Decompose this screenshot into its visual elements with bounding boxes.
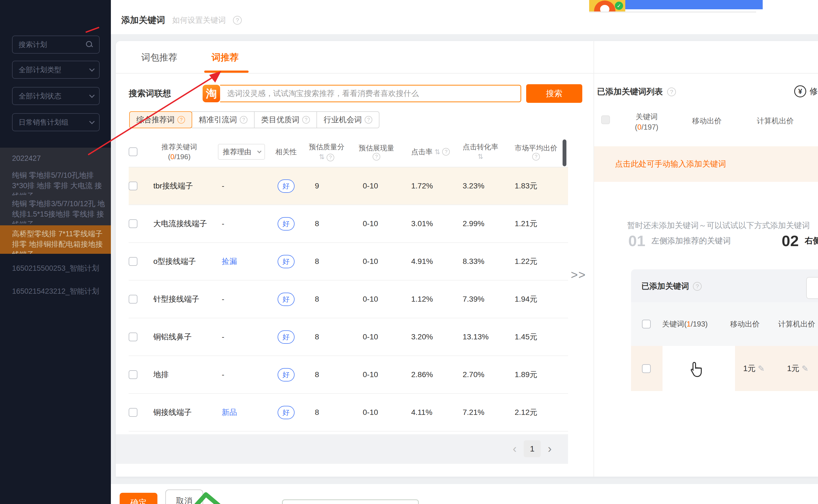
cancel-button[interactable]: 取消	[165, 490, 203, 504]
modify-label: 修改	[810, 86, 818, 97]
relevance-badge: 好	[278, 293, 295, 306]
dialog-footer: 确定 取消	[111, 484, 818, 504]
plan-type-select[interactable]: 全部计划类型	[12, 61, 100, 79]
check-icon: ✓	[615, 2, 623, 10]
cell-reason: 捡漏	[214, 256, 268, 267]
manual-add-link[interactable]: 点击此处可手动输入添加关键词	[615, 159, 726, 170]
chip-label: 综合推荐词	[136, 115, 175, 125]
reason-filter-select[interactable]: 推荐理由	[218, 144, 265, 160]
cell-quality: 8	[304, 219, 356, 228]
pc-bid-value: 1元	[787, 363, 799, 374]
sort-icon[interactable]: ⇅	[319, 153, 325, 161]
help-icon[interactable]: ?	[365, 116, 372, 124]
page-subtitle[interactable]: 如何设置关键词	[172, 15, 226, 25]
added-col-keyword: 关键词	[636, 113, 658, 121]
help-icon[interactable]: ?	[327, 154, 334, 161]
keyword-search-input[interactable]: 选词没灵感，试试淘宝搜索推荐，看看消费者喜欢搜什么	[220, 85, 521, 102]
step-1-text: 左侧添加推荐的关键词	[651, 235, 731, 246]
help-icon[interactable]: ?	[177, 116, 185, 124]
cell-bid: 1.21元	[515, 219, 568, 229]
sidebar-item-plan[interactable]: 1650215500253_智能计划	[0, 260, 111, 277]
sidebar: 搜索计划 全部计划类型 全部计划状态 日常销售计划组 2022427 纯铜 零地…	[0, 0, 111, 504]
col-keyword-count: (0/196)	[168, 152, 190, 162]
cell-cvr: 7.39%	[463, 295, 515, 304]
search-button[interactable]: 搜索	[526, 84, 582, 103]
help-icon[interactable]: ?	[532, 153, 540, 161]
help-icon[interactable]: ?	[240, 116, 248, 124]
cell-keyword: 地排	[145, 369, 214, 380]
chip-precise-traffic[interactable]: 精准引流词 ?	[191, 111, 255, 128]
cell-bid: 1.45元	[515, 332, 568, 342]
table-row: o型接线端子 捡漏 好 8 0-10 4.91% 8.33% 1.22元	[129, 243, 568, 281]
edit-icon[interactable]: ✎	[758, 364, 765, 373]
table-row: 铜铝线鼻子 - 好 8 0-10 3.20% 13.13% 1.45元	[129, 318, 568, 356]
tab-word-recommend[interactable]: 词推荐	[212, 51, 239, 64]
row-checkbox[interactable]	[129, 219, 137, 228]
help-icon[interactable]: ?	[302, 116, 310, 124]
col-market-bid: 市场平均出价	[515, 143, 557, 153]
sidebar-item-plan[interactable]: 2022427	[0, 150, 111, 167]
edit-icon[interactable]: ✎	[802, 364, 808, 373]
plan-list-group: 2022427 纯铜 零地排5/7/10孔地排3*30排 地排 零排 大电流 接…	[0, 148, 111, 225]
taobao-icon: 淘	[202, 85, 220, 102]
annotation-box	[282, 499, 419, 504]
chip-category-quality[interactable]: 类目优质词 ?	[254, 111, 317, 128]
card-select-all-checkbox[interactable]	[642, 320, 651, 328]
banner-shadow	[589, 11, 756, 13]
help-icon[interactable]: ?	[442, 148, 450, 156]
table-scrollbar-thumb[interactable]	[562, 139, 566, 166]
added-col-pc-bid: 计算机出价	[740, 116, 811, 126]
modify-bid-button[interactable]: ¥ 修改	[794, 85, 818, 97]
cell-bid: 2.12元	[515, 407, 568, 418]
row-checkbox[interactable]	[129, 257, 137, 266]
help-icon[interactable]: ?	[373, 153, 380, 161]
relevance-badge: 好	[278, 217, 295, 231]
sidebar-item-plan[interactable]: 1650215423212_智能计划	[0, 283, 111, 300]
sort-icon[interactable]: ⇅	[434, 148, 440, 156]
cell-keyword: 铜铝线鼻子	[145, 332, 214, 342]
sidebar-item-plan-active[interactable]: 高桥型零线排 7*11零线端子排零 地排铜排配电箱接地接线端子	[0, 225, 111, 254]
sidebar-item-plan[interactable]: 纯铜 零地排3/5/7/10/12孔 地线排1.5*15接地排 零线排 接线端子	[0, 195, 111, 224]
card-keyword-cell[interactable]	[663, 346, 735, 391]
table-header-row: 推荐关键词 (0/196) 推荐理由 相关性 预估质量分 ⇅ ?	[129, 137, 568, 167]
cell-bid: 1.94元	[515, 294, 568, 304]
chevron-down-icon	[89, 119, 95, 124]
row-checkbox[interactable]	[129, 295, 137, 304]
cell-reason: -	[214, 295, 268, 304]
added-col-count: (0/197)	[635, 123, 659, 131]
table-row: 针型接线端子 - 好 8 0-10 1.12% 7.39% 1.94元	[129, 281, 568, 318]
pager-next-icon[interactable]: ›	[548, 442, 552, 455]
tab-word-package[interactable]: 词包推荐	[141, 51, 177, 64]
sort-icon[interactable]: ⇅	[478, 152, 483, 162]
added-card-search-input[interactable]	[806, 277, 818, 299]
row-checkbox[interactable]	[129, 333, 137, 341]
help-icon[interactable]: ?	[233, 16, 242, 25]
card-row-checkbox[interactable]	[642, 364, 651, 373]
added-select-all-checkbox[interactable]	[601, 115, 610, 124]
select-all-checkbox[interactable]	[129, 147, 137, 156]
plan-status-select[interactable]: 全部计划状态	[12, 87, 100, 105]
plan-group-select[interactable]: 日常销售计划组	[12, 113, 100, 131]
chip-comprehensive[interactable]: 综合推荐词 ?	[129, 111, 192, 128]
help-icon[interactable]: ?	[693, 282, 702, 291]
collapse-panel-button[interactable]: >>	[571, 268, 586, 282]
step-2-text: 右侧手动输入添加	[805, 235, 818, 246]
pager-page-1[interactable]: 1	[524, 440, 541, 457]
step-2-number: 02	[782, 232, 799, 250]
chip-label: 精准引流词	[199, 115, 237, 125]
help-icon[interactable]: ?	[667, 88, 676, 96]
row-checkbox[interactable]	[129, 408, 137, 417]
plan-search-input[interactable]: 搜索计划	[12, 36, 100, 54]
added-card-title: 已添加关键词	[642, 281, 689, 292]
confirm-button[interactable]: 确定	[120, 493, 157, 504]
relevance-badge: 好	[278, 406, 295, 419]
row-checkbox[interactable]	[129, 370, 137, 379]
mascot-tile[interactable]: ✓	[589, 0, 625, 11]
pagination-bar: ‹ 1 ›	[116, 434, 568, 464]
sidebar-item-plan[interactable]: 纯铜 零地排5/7/10孔地排3*30排 地排 零排 大电流 接线端子	[0, 167, 111, 195]
chevron-down-icon	[89, 66, 95, 72]
row-checkbox[interactable]	[129, 182, 137, 190]
chip-industry-opportunity[interactable]: 行业机会词 ?	[317, 111, 379, 128]
pager-prev-icon[interactable]: ‹	[513, 442, 517, 455]
cell-quality: 8	[304, 333, 356, 341]
